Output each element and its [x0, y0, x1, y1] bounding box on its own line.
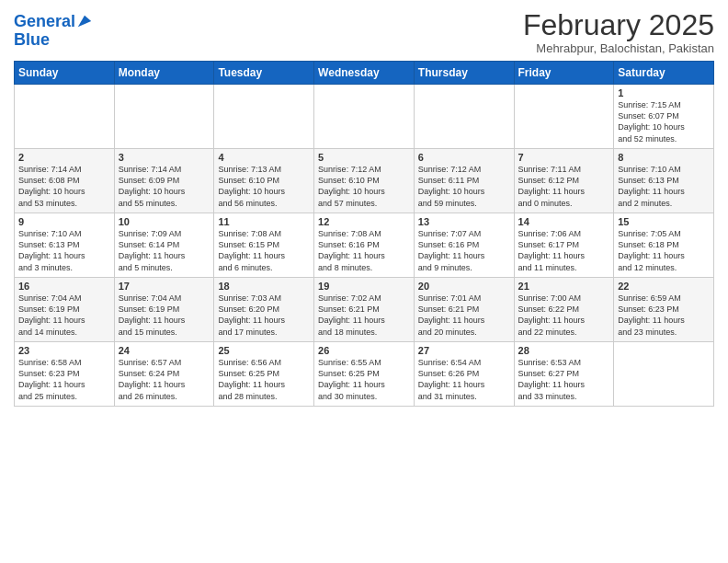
day-number: 22	[618, 281, 710, 292]
day-info: Sunrise: 7:04 AM Sunset: 6:19 PM Dayligh…	[18, 293, 110, 338]
day-number: 26	[318, 345, 410, 356]
calendar-week-row: 23Sunrise: 6:58 AM Sunset: 6:23 PM Dayli…	[15, 342, 714, 407]
day-info: Sunrise: 7:02 AM Sunset: 6:21 PM Dayligh…	[318, 293, 410, 338]
calendar-cell: 6Sunrise: 7:12 AM Sunset: 6:11 PM Daylig…	[414, 149, 514, 213]
svg-marker-0	[78, 16, 91, 28]
title-block: February 2025 Mehrabpur, Balochistan, Pa…	[523, 9, 714, 55]
calendar-week-row: 2Sunrise: 7:14 AM Sunset: 6:08 PM Daylig…	[15, 149, 714, 213]
calendar-cell: 2Sunrise: 7:14 AM Sunset: 6:08 PM Daylig…	[15, 149, 115, 213]
day-number: 28	[518, 345, 610, 356]
day-info: Sunrise: 6:54 AM Sunset: 6:26 PM Dayligh…	[418, 357, 510, 402]
calendar: SundayMondayTuesdayWednesdayThursdayFrid…	[14, 61, 714, 407]
calendar-cell: 9Sunrise: 7:10 AM Sunset: 6:13 PM Daylig…	[15, 213, 115, 278]
calendar-week-row: 9Sunrise: 7:10 AM Sunset: 6:13 PM Daylig…	[15, 213, 714, 278]
day-number: 8	[618, 152, 710, 163]
calendar-cell	[214, 85, 314, 149]
calendar-cell: 1Sunrise: 7:15 AM Sunset: 6:07 PM Daylig…	[614, 85, 714, 149]
day-info: Sunrise: 7:05 AM Sunset: 6:18 PM Dayligh…	[618, 228, 710, 273]
day-number: 20	[418, 281, 510, 292]
location: Mehrabpur, Balochistan, Pakistan	[523, 41, 714, 55]
day-number: 25	[218, 345, 310, 356]
day-info: Sunrise: 7:10 AM Sunset: 6:13 PM Dayligh…	[618, 164, 710, 209]
calendar-cell	[514, 85, 614, 149]
day-number: 14	[518, 216, 610, 227]
calendar-cell	[314, 85, 415, 149]
day-number: 27	[418, 345, 510, 356]
day-number: 10	[119, 216, 210, 227]
calendar-cell: 12Sunrise: 7:08 AM Sunset: 6:16 PM Dayli…	[314, 213, 415, 278]
day-info: Sunrise: 7:04 AM Sunset: 6:19 PM Dayligh…	[119, 293, 210, 338]
calendar-cell: 21Sunrise: 7:00 AM Sunset: 6:22 PM Dayli…	[514, 278, 614, 342]
calendar-header-row: SundayMondayTuesdayWednesdayThursdayFrid…	[15, 62, 714, 85]
day-number: 21	[518, 281, 610, 292]
weekday-header: Friday	[514, 62, 614, 85]
day-info: Sunrise: 6:59 AM Sunset: 6:23 PM Dayligh…	[618, 293, 710, 338]
day-info: Sunrise: 7:13 AM Sunset: 6:10 PM Dayligh…	[218, 164, 310, 209]
header: General Blue February 2025 Mehrabpur, Ba…	[14, 9, 714, 55]
calendar-cell: 10Sunrise: 7:09 AM Sunset: 6:14 PM Dayli…	[114, 213, 214, 278]
calendar-cell: 16Sunrise: 7:04 AM Sunset: 6:19 PM Dayli…	[15, 278, 115, 342]
calendar-cell: 14Sunrise: 7:06 AM Sunset: 6:17 PM Dayli…	[514, 213, 614, 278]
day-number: 9	[18, 216, 110, 227]
calendar-cell: 24Sunrise: 6:57 AM Sunset: 6:24 PM Dayli…	[114, 342, 214, 407]
calendar-cell: 25Sunrise: 6:56 AM Sunset: 6:25 PM Dayli…	[214, 342, 314, 407]
calendar-cell: 20Sunrise: 7:01 AM Sunset: 6:21 PM Dayli…	[414, 278, 514, 342]
calendar-cell	[114, 85, 214, 149]
calendar-cell: 15Sunrise: 7:05 AM Sunset: 6:18 PM Dayli…	[614, 213, 714, 278]
day-info: Sunrise: 6:53 AM Sunset: 6:27 PM Dayligh…	[518, 357, 610, 402]
day-info: Sunrise: 6:58 AM Sunset: 6:23 PM Dayligh…	[18, 357, 110, 402]
calendar-cell: 13Sunrise: 7:07 AM Sunset: 6:16 PM Dayli…	[414, 213, 514, 278]
calendar-cell: 19Sunrise: 7:02 AM Sunset: 6:21 PM Dayli…	[314, 278, 415, 342]
calendar-week-row: 16Sunrise: 7:04 AM Sunset: 6:19 PM Dayli…	[15, 278, 714, 342]
day-info: Sunrise: 7:15 AM Sunset: 6:07 PM Dayligh…	[618, 99, 710, 144]
calendar-cell	[414, 85, 514, 149]
day-number: 17	[119, 281, 210, 292]
weekday-header: Wednesday	[314, 62, 415, 85]
calendar-cell: 18Sunrise: 7:03 AM Sunset: 6:20 PM Dayli…	[214, 278, 314, 342]
day-number: 11	[218, 216, 310, 227]
day-info: Sunrise: 7:12 AM Sunset: 6:10 PM Dayligh…	[318, 164, 410, 209]
calendar-cell	[15, 85, 115, 149]
day-info: Sunrise: 7:03 AM Sunset: 6:20 PM Dayligh…	[218, 293, 310, 338]
calendar-cell: 23Sunrise: 6:58 AM Sunset: 6:23 PM Dayli…	[15, 342, 115, 407]
calendar-cell: 26Sunrise: 6:55 AM Sunset: 6:25 PM Dayli…	[314, 342, 415, 407]
day-info: Sunrise: 6:55 AM Sunset: 6:25 PM Dayligh…	[318, 357, 410, 402]
month-title: February 2025	[523, 9, 714, 41]
day-info: Sunrise: 7:08 AM Sunset: 6:15 PM Dayligh…	[218, 228, 310, 273]
day-number: 5	[318, 152, 410, 163]
page: General Blue February 2025 Mehrabpur, Ba…	[0, 0, 728, 563]
day-info: Sunrise: 7:01 AM Sunset: 6:21 PM Dayligh…	[418, 293, 510, 338]
day-info: Sunrise: 6:56 AM Sunset: 6:25 PM Dayligh…	[218, 357, 310, 402]
day-info: Sunrise: 7:14 AM Sunset: 6:08 PM Dayligh…	[18, 164, 110, 209]
calendar-cell: 17Sunrise: 7:04 AM Sunset: 6:19 PM Dayli…	[114, 278, 214, 342]
day-info: Sunrise: 6:57 AM Sunset: 6:24 PM Dayligh…	[119, 357, 210, 402]
calendar-cell: 28Sunrise: 6:53 AM Sunset: 6:27 PM Dayli…	[514, 342, 614, 407]
day-info: Sunrise: 7:08 AM Sunset: 6:16 PM Dayligh…	[318, 228, 410, 273]
weekday-header: Monday	[114, 62, 214, 85]
day-number: 23	[18, 345, 110, 356]
day-number: 1	[618, 87, 710, 98]
day-number: 15	[618, 216, 710, 227]
day-info: Sunrise: 7:11 AM Sunset: 6:12 PM Dayligh…	[518, 164, 610, 209]
calendar-cell: 27Sunrise: 6:54 AM Sunset: 6:26 PM Dayli…	[414, 342, 514, 407]
day-number: 2	[18, 152, 110, 163]
day-info: Sunrise: 7:12 AM Sunset: 6:11 PM Dayligh…	[418, 164, 510, 209]
weekday-header: Saturday	[614, 62, 714, 85]
day-info: Sunrise: 7:14 AM Sunset: 6:09 PM Dayligh…	[119, 164, 210, 209]
day-number: 13	[418, 216, 510, 227]
day-info: Sunrise: 7:00 AM Sunset: 6:22 PM Dayligh…	[518, 293, 610, 338]
weekday-header: Tuesday	[214, 62, 314, 85]
day-number: 6	[418, 152, 510, 163]
weekday-header: Sunday	[15, 62, 115, 85]
day-number: 24	[119, 345, 210, 356]
calendar-cell: 11Sunrise: 7:08 AM Sunset: 6:15 PM Dayli…	[214, 213, 314, 278]
calendar-cell: 7Sunrise: 7:11 AM Sunset: 6:12 PM Daylig…	[514, 149, 614, 213]
calendar-cell: 5Sunrise: 7:12 AM Sunset: 6:10 PM Daylig…	[314, 149, 415, 213]
calendar-cell: 8Sunrise: 7:10 AM Sunset: 6:13 PM Daylig…	[614, 149, 714, 213]
logo: General Blue	[14, 13, 93, 50]
day-number: 4	[218, 152, 310, 163]
calendar-cell: 22Sunrise: 6:59 AM Sunset: 6:23 PM Dayli…	[614, 278, 714, 342]
day-info: Sunrise: 7:06 AM Sunset: 6:17 PM Dayligh…	[518, 228, 610, 273]
day-info: Sunrise: 7:07 AM Sunset: 6:16 PM Dayligh…	[418, 228, 510, 273]
day-number: 12	[318, 216, 410, 227]
